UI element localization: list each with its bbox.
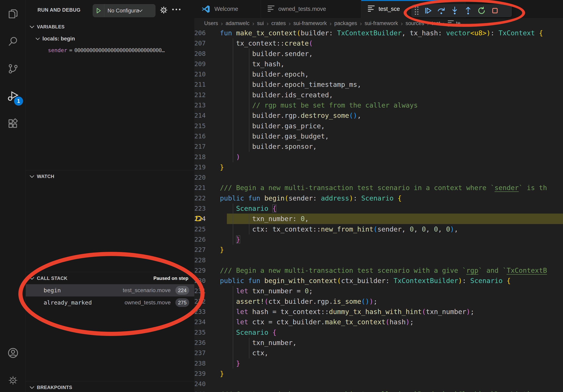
code-line-209[interactable]: 209 tx_hash,	[194, 59, 563, 69]
code-line-211[interactable]: 211 builder.epoch_timestamp_ms,	[194, 79, 563, 90]
code-line-221[interactable]: 221/// Begin a new multi-transaction tes…	[194, 183, 563, 193]
line-number[interactable]: 217	[194, 141, 220, 152]
settings-gear-icon[interactable]	[0, 368, 26, 392]
line-number[interactable]: 236	[194, 338, 220, 348]
breadcrumb-item[interactable]: adamwelc	[226, 20, 250, 26]
line-number[interactable]: 222	[194, 193, 220, 203]
explorer-icon[interactable]	[0, 2, 26, 26]
line-number[interactable]: 216	[194, 131, 220, 141]
code-line-217[interactable]: 217 builder.sponsor,	[194, 141, 563, 152]
code-editor[interactable]: 206fun make_tx_context(builder: TxContex…	[194, 28, 563, 392]
code-line-218[interactable]: 218 )	[194, 152, 563, 162]
extensions-icon[interactable]	[0, 112, 26, 135]
line-number[interactable]: 231	[194, 286, 220, 296]
step-over-button[interactable]	[435, 5, 448, 17]
code-line-215[interactable]: 215 builder.gas_price,	[194, 121, 563, 131]
line-number[interactable]: 210	[194, 69, 220, 79]
line-number[interactable]: 230	[194, 275, 220, 286]
breadcrumb-file[interactable]: te	[448, 20, 461, 27]
code-line-212[interactable]: 212 builder.ids_created,	[194, 90, 563, 100]
line-number[interactable]: 227	[194, 245, 220, 255]
code-line-206[interactable]: 206fun make_tx_context(builder: TxContex…	[194, 28, 563, 38]
line-number[interactable]: 206	[194, 28, 220, 38]
code-line-227[interactable]: 227}	[194, 245, 563, 255]
code-line-241[interactable]: 241/// Creates and shares system objects…	[194, 389, 563, 392]
code-line-210[interactable]: 210 builder.epoch,	[194, 69, 563, 79]
search-icon[interactable]	[0, 30, 26, 53]
line-number[interactable]: 207	[194, 38, 220, 48]
variables-scope-row[interactable]: locals: begin	[26, 33, 194, 44]
line-number[interactable]: 226	[194, 234, 220, 245]
breakpoints-section-header[interactable]: BREAKPOINTS	[26, 382, 194, 392]
call-stack-frame-already-marked[interactable]: already_marked owned_tests.move 275	[26, 297, 194, 309]
code-line-229[interactable]: 229/// Begin a new multi-transaction tes…	[194, 265, 563, 275]
code-line-207[interactable]: 207 tx_context::create(	[194, 38, 563, 48]
code-line-225[interactable]: 225 ctx: tx_context::new_from_hint(sende…	[194, 224, 563, 234]
code-line-228[interactable]: 228	[194, 255, 563, 265]
code-line-216[interactable]: 216 builder.gas_budget,	[194, 131, 563, 141]
tab-owned-tests[interactable]: owned_tests.move	[261, 0, 361, 18]
breadcrumb-item[interactable]: Users	[204, 20, 218, 26]
code-line-231[interactable]: 231 let txn_number = 0;	[194, 286, 563, 296]
line-number[interactable]: 208	[194, 49, 220, 59]
line-number[interactable]: 240	[194, 379, 220, 389]
line-number[interactable]: 233	[194, 307, 220, 317]
breadcrumb-item[interactable]: packages	[334, 20, 357, 26]
line-number[interactable]: 220	[194, 172, 220, 183]
code-line-235[interactable]: 235 Scenario {	[194, 327, 563, 338]
line-number[interactable]: 212	[194, 90, 220, 100]
line-number[interactable]: 218	[194, 152, 220, 162]
line-number[interactable]: 219	[194, 162, 220, 172]
code-line-214[interactable]: 214 builder.rgp.destroy_some(),	[194, 110, 563, 121]
code-line-233[interactable]: 233 let hash = tx_context::dummy_tx_hash…	[194, 307, 563, 317]
code-line-213[interactable]: 213 // rgp must be set from the caller a…	[194, 100, 563, 110]
breadcrumb-item[interactable]: sui	[257, 20, 264, 26]
line-number[interactable]: 213	[194, 100, 220, 110]
step-out-button[interactable]	[461, 5, 475, 17]
breadcrumb-item[interactable]: sui-framework	[365, 20, 398, 26]
code-line-239[interactable]: 239}	[194, 368, 563, 379]
code-line-237[interactable]: 237 ctx,	[194, 348, 563, 358]
step-into-button[interactable]	[448, 5, 461, 17]
line-number[interactable]: 221	[194, 183, 220, 193]
code-line-226[interactable]: 226 }	[194, 234, 563, 245]
code-line-220[interactable]: 220	[194, 172, 563, 183]
code-line-236[interactable]: 236 txn_number,	[194, 338, 563, 348]
breadcrumb-item[interactable]: crates	[271, 20, 286, 26]
line-number[interactable]: 211	[194, 79, 220, 90]
continue-button[interactable]	[421, 5, 435, 17]
call-stack-section-header[interactable]: CALL STACK Paused on step	[26, 273, 194, 284]
line-number[interactable]: 232	[194, 296, 220, 307]
line-number[interactable]: 214	[194, 110, 220, 121]
code-line-230[interactable]: 230public fun begin_with_context(ctx_bui…	[194, 275, 563, 286]
more-actions-icon[interactable]	[172, 9, 180, 10]
line-number[interactable]: 223	[194, 203, 220, 214]
toolbar-drag-handle-icon[interactable]	[415, 7, 418, 15]
line-number[interactable]: 209	[194, 59, 220, 69]
code-line-238[interactable]: 238 }	[194, 358, 563, 368]
code-line-224[interactable]: 224 txn_number: 0,	[194, 214, 563, 224]
line-number[interactable]: 235	[194, 327, 220, 338]
breadcrumb-item[interactable]: sources	[406, 20, 424, 26]
line-number[interactable]: 234	[194, 317, 220, 327]
start-debugging-icon[interactable]	[93, 4, 104, 17]
breadcrumb-item[interactable]: test	[432, 20, 440, 26]
stop-button[interactable]	[488, 5, 502, 17]
line-number[interactable]: 228	[194, 255, 220, 265]
code-line-219[interactable]: 219}	[194, 162, 563, 172]
code-line-232[interactable]: 232 assert!(ctx_builder.rgp.is_some());	[194, 296, 563, 307]
line-number[interactable]: 237	[194, 348, 220, 358]
line-number[interactable]: 225	[194, 224, 220, 234]
code-line-223[interactable]: 223 Scenario {	[194, 203, 563, 214]
line-number[interactable]: 229	[194, 265, 220, 275]
run-and-debug-icon[interactable]: 1	[0, 84, 26, 108]
variable-row-sender[interactable]: sender = 00000000000000000000000000000…	[26, 45, 194, 56]
line-number[interactable]: 241	[194, 389, 220, 392]
code-line-240[interactable]: 240	[194, 379, 563, 389]
account-icon[interactable]	[0, 341, 26, 365]
call-stack-frame-begin[interactable]: begin test_scenario.move 224	[26, 284, 194, 297]
variables-section-header[interactable]: VARIABLES	[26, 21, 194, 32]
watch-section-header[interactable]: WATCH	[26, 171, 194, 182]
code-line-222[interactable]: 222public fun begin(sender: address): Sc…	[194, 193, 563, 203]
restart-button[interactable]	[475, 5, 488, 17]
